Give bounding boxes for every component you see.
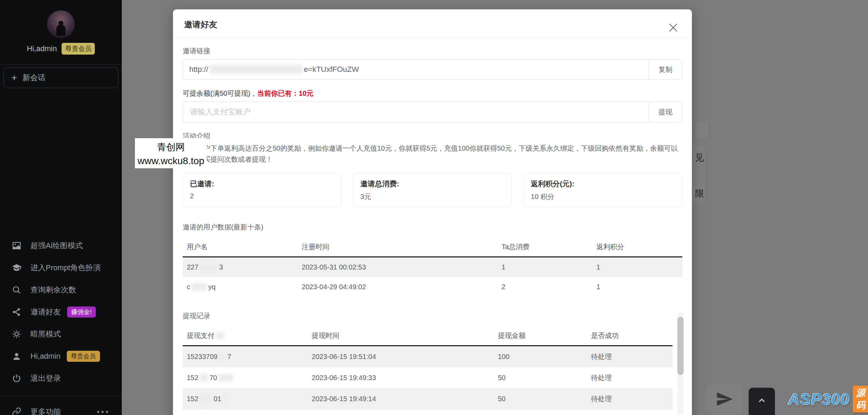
text-segment: 待处理 xyxy=(591,353,612,360)
table-cell: 152337097 xyxy=(183,346,308,368)
link-icon xyxy=(12,407,21,415)
user-greeting: Hi,admin 尊贵会员 xyxy=(0,43,122,55)
text-segment: 是否成功 xyxy=(591,332,619,339)
new-chat-button[interactable]: + 新会话 xyxy=(3,67,118,88)
invite-link-label: 邀请链接 xyxy=(183,46,682,56)
activity-intro-text: 邀请用户下单返利高达百分之50的奖励，例如你邀请一个人充值10元，你就获得5元，… xyxy=(183,143,682,165)
redacted-blur xyxy=(223,395,228,403)
sidebar-item[interactable]: 退出登录 xyxy=(0,367,122,389)
copy-button[interactable]: 复制 xyxy=(649,59,682,80)
table-cell: 2023-06-15 19:49:14 xyxy=(308,388,494,409)
sidebar-item[interactable]: 超强Ai绘图模式 xyxy=(0,235,122,257)
redacted-blur xyxy=(216,332,224,339)
text-segment: Ta总消费 xyxy=(502,243,530,251)
watermark-qingchuang: 青创网 www.wcku8.top xyxy=(135,138,207,168)
withdraw-button[interactable]: 提现 xyxy=(649,102,682,122)
sidebar-item-label: 超强Ai绘图模式 xyxy=(30,240,83,251)
text-segment: 待处理 xyxy=(591,395,612,403)
asp300-brand-row: ASP300 源码 xyxy=(788,386,868,413)
table-cell: 50 xyxy=(494,409,587,415)
table-cell: 2273 xyxy=(183,257,298,277)
power-icon xyxy=(12,374,21,383)
table-row: cyq2023-04-29 04:49:0221 xyxy=(183,277,682,297)
dialog-title: 邀请好友 xyxy=(184,20,217,29)
text-segment: c xyxy=(187,283,190,291)
dialog-header: 邀请好友 xyxy=(173,9,692,38)
stat-card-rebate-points: 返利积分(元): 10 积分 xyxy=(523,173,682,207)
text-segment: 用户名 xyxy=(187,243,208,251)
redacted-blur xyxy=(210,65,302,74)
redacted-blur xyxy=(219,353,226,360)
text-segment: 2023-04-29 04:49:02 xyxy=(302,283,366,291)
close-icon xyxy=(668,22,679,33)
text-segment: 1 xyxy=(596,263,600,271)
text-segment: 227 xyxy=(187,263,198,271)
more-section: 更多功能 ••• xyxy=(0,396,122,415)
withdraw-group: 提现 xyxy=(183,102,682,122)
app-root: Hi,admin 尊贵会员 + 新会话 超强Ai绘图模式进入Prompt角色扮演… xyxy=(0,0,868,415)
plus-icon: + xyxy=(11,73,17,83)
text-segment: 50 xyxy=(498,395,505,403)
table-header-cell: 返利积分 xyxy=(592,237,682,257)
table-cell: 2023-06-15 19:48:43 xyxy=(308,409,494,415)
text-segment: 3 xyxy=(219,263,223,271)
table-cell: 15270 xyxy=(183,367,308,388)
text-segment: 待处理 xyxy=(591,374,612,381)
text-segment: 2023-05-31 00:02:53 xyxy=(302,263,366,271)
table-cell: 2 xyxy=(497,277,592,297)
table-cell: 2023-05-31 00:02:53 xyxy=(298,257,497,277)
table-cell: 1 xyxy=(592,277,682,297)
sidebar-item[interactable]: 进入Prompt角色扮演 xyxy=(0,257,122,279)
sidebar-item[interactable]: 查询剩余次数 xyxy=(0,279,122,301)
table-header-cell: 注册时间 xyxy=(298,237,497,257)
stats-row: 已邀请: 2 邀请总消费: 3元 返利积分(元): 10 积分 xyxy=(183,173,682,207)
activity-intro-label: 活动介绍 xyxy=(183,131,682,141)
invite-link-input[interactable]: http://e=kTUxfFOuZW xyxy=(183,59,649,80)
asp300-brand: ASP300 xyxy=(788,390,849,408)
text-segment: 70 xyxy=(209,374,217,381)
invite-friends-dialog: 邀请好友 邀请链接 http://e=kTUxfFOuZW 复制 可提余额(满5… xyxy=(173,9,692,415)
table-cell: 待处理 xyxy=(587,346,673,368)
withdraw-records-title: 提现记录 xyxy=(183,311,682,321)
text-segment: 2023-06-15 19:49:33 xyxy=(312,374,376,381)
sidebar-item-label: Hi,admin xyxy=(30,352,61,361)
sidebar-item-label: 查询剩余次数 xyxy=(30,285,76,295)
alipay-account-input[interactable] xyxy=(189,107,642,117)
text-segment: 15233709 xyxy=(187,353,218,360)
table-header-cell: 提现支付 xyxy=(183,326,308,346)
data-table: 提现支付提现时间提现金额是否成功1523370972023-06-15 19:5… xyxy=(183,326,673,415)
ellipsis-icon[interactable]: ••• xyxy=(97,407,110,415)
back-to-top-button[interactable] xyxy=(749,388,775,415)
stat-value: 2 xyxy=(190,192,334,200)
table-header-row: 提现支付提现时间提现金额是否成功 xyxy=(183,326,673,346)
close-button[interactable] xyxy=(668,22,679,34)
image-icon xyxy=(12,241,21,251)
avatar-silhouette-body xyxy=(56,25,65,36)
sidebar-item-more[interactable]: 更多功能 ••• xyxy=(0,401,122,415)
stat-card-total-spend: 邀请总消费: 3元 xyxy=(353,173,512,207)
table-row: 152012023-06-15 19:49:1450待处理 xyxy=(183,388,673,409)
sidebar-item[interactable]: Hi,admin尊贵会员 xyxy=(0,345,122,367)
sidebar-item-label: 暗黑模式 xyxy=(30,329,61,339)
scrollbar-thumb[interactable] xyxy=(677,317,684,375)
text-segment: 1 xyxy=(502,263,505,271)
greeting-text: Hi,admin xyxy=(27,44,57,53)
asp300-domain: asp300.net xyxy=(788,413,868,415)
table-cell: 待处理 xyxy=(587,367,673,388)
table-row: 1520912023-06-15 19:48:4350待处理 xyxy=(183,409,673,415)
sidebar-item-label: 进入Prompt角色扮演 xyxy=(30,263,101,273)
stat-value: 10 积分 xyxy=(531,192,675,201)
sidebar-item[interactable]: 邀请好友赚佣金! xyxy=(0,301,122,323)
redacted-blur xyxy=(200,263,218,271)
sidebar-item[interactable]: 暗黑模式 xyxy=(0,323,122,345)
text-segment: 01 xyxy=(213,395,221,403)
table-cell: 2023-06-15 19:49:33 xyxy=(308,367,494,388)
text-segment: 152 xyxy=(187,374,198,381)
scrollbar-track[interactable] xyxy=(677,312,684,415)
stat-value: 3元 xyxy=(360,192,505,201)
table-cell: 2023-04-29 04:49:02 xyxy=(298,277,497,297)
watermark-site-url: www.wcku8.top xyxy=(135,155,207,167)
avatar[interactable] xyxy=(47,10,75,38)
stat-label: 已邀请: xyxy=(190,179,334,189)
redacted-blur xyxy=(192,283,207,291)
